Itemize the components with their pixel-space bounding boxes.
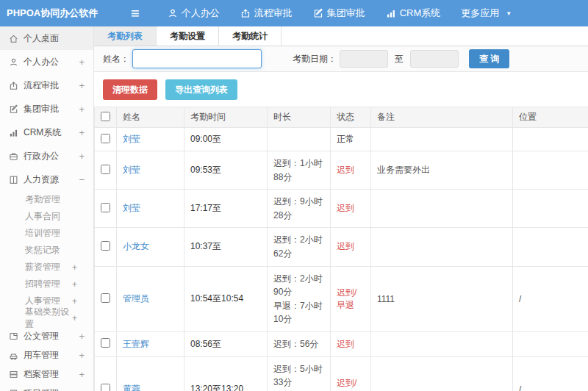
expand-icon[interactable]: + <box>72 279 77 290</box>
collapse-icon[interactable]: − <box>79 174 85 185</box>
attendance-time-cell: 08:56至 <box>184 331 268 356</box>
note-cell <box>371 356 513 391</box>
sidebar-item-document-management[interactable]: 公文管理 + <box>0 326 93 345</box>
sidebar-item-project-management[interactable]: 项目管理 + <box>0 384 93 391</box>
expand-icon[interactable]: + <box>79 127 85 138</box>
expand-icon[interactable]: + <box>79 80 85 91</box>
sidebar-item-personal-desktop[interactable]: 个人桌面 <box>0 26 93 50</box>
sidebar-item-human-resources[interactable]: 人力资源 − <box>0 168 93 191</box>
submenu-item-label: 奖惩记录 <box>25 244 60 257</box>
attendance-date-to-field[interactable] <box>410 50 459 68</box>
row-checkbox[interactable] <box>101 165 110 174</box>
nav-item-label: 个人办公 <box>182 7 220 20</box>
sidebar-item-label: 流程审批 <box>24 79 59 92</box>
attendance-time-cell: 09:00至 <box>184 128 268 151</box>
location-cell <box>513 228 588 266</box>
row-checkbox[interactable] <box>101 338 110 348</box>
sidebar-item-label: 集团审批 <box>24 103 59 115</box>
status-cell: 迟到 <box>331 151 371 190</box>
row-checkbox[interactable] <box>101 134 110 143</box>
nav-crm-system[interactable]: CRM系统 <box>376 7 451 20</box>
employee-name-link[interactable]: 刘莹 <box>123 165 140 175</box>
table-row: 刘莹 09:00至 正常 <box>95 128 588 151</box>
location-cell: / <box>513 266 588 331</box>
submenu-item-attendance-management[interactable]: 考勤管理 <box>0 191 93 208</box>
nav-workflow-approval[interactable]: 流程审批 <box>230 7 303 20</box>
column-header-duration: 时长 <box>268 107 331 128</box>
note-cell <box>371 331 513 356</box>
search-button[interactable]: 查 询 <box>469 49 509 68</box>
location-cell <box>513 128 588 151</box>
status-cell: 迟到/早退 <box>331 266 371 331</box>
column-header-location: 位置 <box>513 107 588 128</box>
select-all-checkbox[interactable] <box>101 112 110 121</box>
sidebar-item-crm-system[interactable]: CRM系统 + <box>0 121 93 144</box>
tab-attendance-list[interactable]: 考勤列表 <box>94 26 157 46</box>
row-checkbox[interactable] <box>101 293 110 303</box>
expand-icon[interactable]: + <box>72 296 77 306</box>
name-field[interactable] <box>132 49 262 68</box>
sidebar-item-admin-office[interactable]: 行政办公 + <box>0 144 93 168</box>
expand-icon[interactable]: + <box>79 388 85 391</box>
nav-item-label: 更多应用 <box>461 7 499 20</box>
expand-icon[interactable]: + <box>72 262 77 273</box>
table-row: 刘莹 17:17至 迟到：9小时28分 迟到 <box>95 190 588 228</box>
home-icon <box>9 34 18 43</box>
table-row: 管理员 10:54至10:54 迟到：2小时90分早退：7小时10分 迟到/早退… <box>95 266 588 331</box>
submenu-item-training-management[interactable]: 培训管理 <box>0 225 93 242</box>
expand-icon[interactable]: + <box>79 331 85 342</box>
table-row: 王壹辉 08:56至 迟到：56分 迟到 <box>95 331 588 356</box>
date-to-label: 至 <box>395 53 404 65</box>
duration-cell: 迟到：56分 <box>268 331 331 356</box>
nav-item-label: CRM系统 <box>400 7 441 20</box>
menu-toggle-icon[interactable]: ≡ <box>126 6 144 21</box>
nav-more-apps[interactable]: 更多应用 ▼ <box>451 7 522 20</box>
expand-icon[interactable]: + <box>79 350 85 361</box>
expand-icon[interactable]: + <box>72 313 77 323</box>
table-row: 小龙女 10:37至 迟到：2小时62分 迟到 <box>95 228 588 266</box>
submenu-item-personnel-contract[interactable]: 人事合同 <box>0 208 93 225</box>
sidebar-item-archive-management[interactable]: 档案管理 + <box>0 365 93 384</box>
table-row: 黄蓉 13:20至13:20 迟到：5小时33分早退：4小时67分 迟到/早退 … <box>95 356 588 391</box>
employee-name-link[interactable]: 小龙女 <box>123 241 149 251</box>
employee-name-link[interactable]: 黄蓉 <box>123 384 140 391</box>
attendance-date-from-field[interactable] <box>340 50 388 68</box>
tab-attendance-settings[interactable]: 考勤设置 <box>157 26 219 46</box>
clean-data-button[interactable]: 清理数据 <box>103 79 157 100</box>
status-cell: 迟到 <box>331 190 371 228</box>
expand-icon[interactable]: + <box>79 369 85 380</box>
employee-name-link[interactable]: 管理员 <box>123 293 149 304</box>
submenu-item-recruitment-management[interactable]: 招聘管理 + <box>0 276 93 293</box>
sidebar-item-vehicle-management[interactable]: 用车管理 + <box>0 345 93 365</box>
row-checkbox[interactable] <box>101 241 110 251</box>
sidebar-item-label: CRM系统 <box>24 126 61 139</box>
sidebar-item-workflow-approval[interactable]: 流程审批 + <box>0 73 93 97</box>
row-checkbox[interactable] <box>101 203 110 212</box>
column-header-note: 备注 <box>371 107 513 128</box>
expand-icon[interactable]: + <box>79 104 85 115</box>
share-icon <box>240 8 251 18</box>
sidebar-item-label: 个人桌面 <box>24 32 59 45</box>
employee-name-link[interactable]: 刘莹 <box>123 134 140 144</box>
note-cell: 1111 <box>371 266 513 331</box>
sidebar-item-label: 项目管理 <box>24 387 59 391</box>
employee-name-link[interactable]: 刘莹 <box>123 203 140 213</box>
sidebar-item-personal-office[interactable]: 个人办公 + <box>0 50 93 73</box>
submenu-item-label: 招聘管理 <box>25 278 60 290</box>
app-logo[interactable]: PHPOA协同办公软件 <box>0 7 94 20</box>
export-list-button[interactable]: 导出查询列表 <box>165 79 237 100</box>
row-checkbox[interactable] <box>101 384 110 391</box>
submenu-item-basic-category-settings[interactable]: 基础类别设置 + <box>0 309 93 326</box>
car-icon <box>9 351 18 360</box>
submenu-item-salary-management[interactable]: 薪资管理 + <box>0 259 93 276</box>
location-cell <box>513 151 588 190</box>
status-cell: 正常 <box>331 128 371 151</box>
expand-icon[interactable]: + <box>79 57 85 68</box>
sidebar-item-group-approval[interactable]: 集团审批 + <box>0 97 93 121</box>
nav-personal-office[interactable]: 个人办公 <box>157 7 230 20</box>
nav-group-approval[interactable]: 集团审批 <box>303 7 376 20</box>
tab-attendance-statistics[interactable]: 考勤统计 <box>219 26 282 46</box>
expand-icon[interactable]: + <box>79 151 85 162</box>
employee-name-link[interactable]: 王壹辉 <box>123 339 149 349</box>
submenu-item-reward-punishment-records[interactable]: 奖惩记录 <box>0 242 93 259</box>
